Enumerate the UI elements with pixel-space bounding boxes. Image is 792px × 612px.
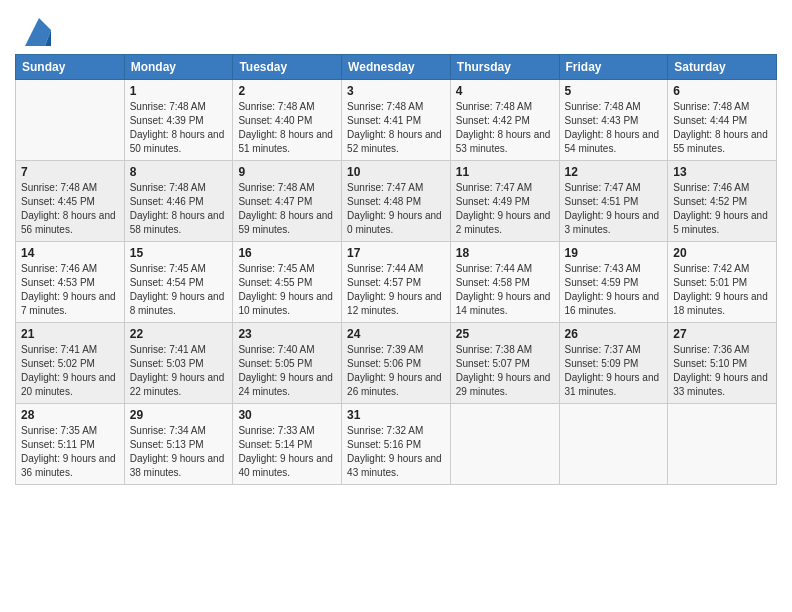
day-info: Sunrise: 7:48 AMSunset: 4:44 PMDaylight:… [673,100,771,156]
calendar-cell: 12Sunrise: 7:47 AMSunset: 4:51 PMDayligh… [559,161,668,242]
day-info: Sunrise: 7:40 AMSunset: 5:05 PMDaylight:… [238,343,336,399]
calendar-cell: 30Sunrise: 7:33 AMSunset: 5:14 PMDayligh… [233,404,342,485]
day-number: 19 [565,246,663,260]
calendar-cell: 6Sunrise: 7:48 AMSunset: 4:44 PMDaylight… [668,80,777,161]
calendar-cell: 7Sunrise: 7:48 AMSunset: 4:45 PMDaylight… [16,161,125,242]
day-info: Sunrise: 7:37 AMSunset: 5:09 PMDaylight:… [565,343,663,399]
day-number: 9 [238,165,336,179]
day-number: 5 [565,84,663,98]
calendar-cell [450,404,559,485]
weekday-header-friday: Friday [559,55,668,80]
logo [15,10,51,46]
day-info: Sunrise: 7:39 AMSunset: 5:06 PMDaylight:… [347,343,445,399]
calendar-cell [668,404,777,485]
day-number: 24 [347,327,445,341]
weekday-header-row: SundayMondayTuesdayWednesdayThursdayFrid… [16,55,777,80]
day-info: Sunrise: 7:48 AMSunset: 4:43 PMDaylight:… [565,100,663,156]
day-info: Sunrise: 7:48 AMSunset: 4:41 PMDaylight:… [347,100,445,156]
day-info: Sunrise: 7:41 AMSunset: 5:03 PMDaylight:… [130,343,228,399]
calendar-cell: 19Sunrise: 7:43 AMSunset: 4:59 PMDayligh… [559,242,668,323]
day-number: 25 [456,327,554,341]
day-info: Sunrise: 7:48 AMSunset: 4:47 PMDaylight:… [238,181,336,237]
calendar-cell: 16Sunrise: 7:45 AMSunset: 4:55 PMDayligh… [233,242,342,323]
calendar-cell: 1Sunrise: 7:48 AMSunset: 4:39 PMDaylight… [124,80,233,161]
day-number: 15 [130,246,228,260]
calendar-cell: 14Sunrise: 7:46 AMSunset: 4:53 PMDayligh… [16,242,125,323]
day-info: Sunrise: 7:32 AMSunset: 5:16 PMDaylight:… [347,424,445,480]
header [15,10,777,46]
day-number: 17 [347,246,445,260]
day-info: Sunrise: 7:42 AMSunset: 5:01 PMDaylight:… [673,262,771,318]
calendar-cell: 31Sunrise: 7:32 AMSunset: 5:16 PMDayligh… [342,404,451,485]
calendar-cell: 13Sunrise: 7:46 AMSunset: 4:52 PMDayligh… [668,161,777,242]
day-number: 16 [238,246,336,260]
calendar-table: SundayMondayTuesdayWednesdayThursdayFrid… [15,54,777,485]
calendar-cell: 15Sunrise: 7:45 AMSunset: 4:54 PMDayligh… [124,242,233,323]
calendar-cell: 28Sunrise: 7:35 AMSunset: 5:11 PMDayligh… [16,404,125,485]
day-number: 7 [21,165,119,179]
weekday-header-wednesday: Wednesday [342,55,451,80]
calendar-cell: 4Sunrise: 7:48 AMSunset: 4:42 PMDaylight… [450,80,559,161]
day-info: Sunrise: 7:47 AMSunset: 4:48 PMDaylight:… [347,181,445,237]
day-number: 26 [565,327,663,341]
calendar-cell: 25Sunrise: 7:38 AMSunset: 5:07 PMDayligh… [450,323,559,404]
day-number: 27 [673,327,771,341]
day-number: 13 [673,165,771,179]
day-number: 14 [21,246,119,260]
day-number: 11 [456,165,554,179]
day-info: Sunrise: 7:35 AMSunset: 5:11 PMDaylight:… [21,424,119,480]
weekday-header-sunday: Sunday [16,55,125,80]
calendar-cell: 27Sunrise: 7:36 AMSunset: 5:10 PMDayligh… [668,323,777,404]
day-number: 30 [238,408,336,422]
calendar-cell: 10Sunrise: 7:47 AMSunset: 4:48 PMDayligh… [342,161,451,242]
calendar-week-row: 21Sunrise: 7:41 AMSunset: 5:02 PMDayligh… [16,323,777,404]
day-info: Sunrise: 7:43 AMSunset: 4:59 PMDaylight:… [565,262,663,318]
calendar-cell: 2Sunrise: 7:48 AMSunset: 4:40 PMDaylight… [233,80,342,161]
page-container: SundayMondayTuesdayWednesdayThursdayFrid… [0,0,792,612]
calendar-week-row: 7Sunrise: 7:48 AMSunset: 4:45 PMDaylight… [16,161,777,242]
day-number: 22 [130,327,228,341]
calendar-cell: 18Sunrise: 7:44 AMSunset: 4:58 PMDayligh… [450,242,559,323]
calendar-cell: 21Sunrise: 7:41 AMSunset: 5:02 PMDayligh… [16,323,125,404]
day-number: 10 [347,165,445,179]
calendar-cell: 3Sunrise: 7:48 AMSunset: 4:41 PMDaylight… [342,80,451,161]
calendar-cell: 8Sunrise: 7:48 AMSunset: 4:46 PMDaylight… [124,161,233,242]
calendar-cell: 17Sunrise: 7:44 AMSunset: 4:57 PMDayligh… [342,242,451,323]
day-info: Sunrise: 7:48 AMSunset: 4:42 PMDaylight:… [456,100,554,156]
day-number: 20 [673,246,771,260]
calendar-cell: 5Sunrise: 7:48 AMSunset: 4:43 PMDaylight… [559,80,668,161]
day-number: 12 [565,165,663,179]
day-info: Sunrise: 7:34 AMSunset: 5:13 PMDaylight:… [130,424,228,480]
calendar-week-row: 28Sunrise: 7:35 AMSunset: 5:11 PMDayligh… [16,404,777,485]
weekday-header-tuesday: Tuesday [233,55,342,80]
day-info: Sunrise: 7:38 AMSunset: 5:07 PMDaylight:… [456,343,554,399]
weekday-header-monday: Monday [124,55,233,80]
calendar-cell [16,80,125,161]
day-number: 1 [130,84,228,98]
day-info: Sunrise: 7:45 AMSunset: 4:54 PMDaylight:… [130,262,228,318]
day-info: Sunrise: 7:44 AMSunset: 4:58 PMDaylight:… [456,262,554,318]
calendar-cell: 11Sunrise: 7:47 AMSunset: 4:49 PMDayligh… [450,161,559,242]
calendar-cell: 22Sunrise: 7:41 AMSunset: 5:03 PMDayligh… [124,323,233,404]
day-info: Sunrise: 7:44 AMSunset: 4:57 PMDaylight:… [347,262,445,318]
day-number: 3 [347,84,445,98]
calendar-cell: 24Sunrise: 7:39 AMSunset: 5:06 PMDayligh… [342,323,451,404]
day-info: Sunrise: 7:48 AMSunset: 4:45 PMDaylight:… [21,181,119,237]
day-number: 29 [130,408,228,422]
day-info: Sunrise: 7:36 AMSunset: 5:10 PMDaylight:… [673,343,771,399]
day-number: 6 [673,84,771,98]
calendar-cell [559,404,668,485]
day-info: Sunrise: 7:41 AMSunset: 5:02 PMDaylight:… [21,343,119,399]
day-info: Sunrise: 7:46 AMSunset: 4:52 PMDaylight:… [673,181,771,237]
calendar-week-row: 14Sunrise: 7:46 AMSunset: 4:53 PMDayligh… [16,242,777,323]
day-info: Sunrise: 7:48 AMSunset: 4:40 PMDaylight:… [238,100,336,156]
day-info: Sunrise: 7:48 AMSunset: 4:39 PMDaylight:… [130,100,228,156]
day-info: Sunrise: 7:48 AMSunset: 4:46 PMDaylight:… [130,181,228,237]
calendar-cell: 9Sunrise: 7:48 AMSunset: 4:47 PMDaylight… [233,161,342,242]
day-number: 4 [456,84,554,98]
calendar-cell: 26Sunrise: 7:37 AMSunset: 5:09 PMDayligh… [559,323,668,404]
day-number: 18 [456,246,554,260]
calendar-cell: 23Sunrise: 7:40 AMSunset: 5:05 PMDayligh… [233,323,342,404]
day-number: 31 [347,408,445,422]
day-number: 23 [238,327,336,341]
